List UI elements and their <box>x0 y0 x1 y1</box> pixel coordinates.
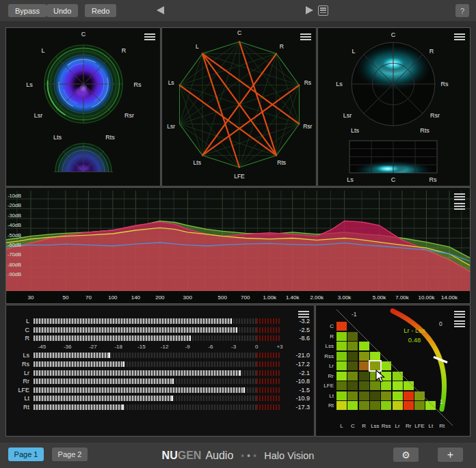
corr-cell-Lr-Lss[interactable] <box>370 361 380 370</box>
meter-peak-marker <box>239 370 241 376</box>
corr-cell-R-C[interactable] <box>347 332 358 341</box>
corr-cell-Lt-R[interactable] <box>359 391 369 400</box>
spectrum-x-tick-14.00k: 14.00k <box>441 294 458 301</box>
corr-cell-LFE-C[interactable] <box>347 381 358 390</box>
history-list-icon[interactable] <box>318 5 328 16</box>
corr-cell-Rss-R[interactable] <box>359 352 369 361</box>
corr-cell-Rr-L[interactable] <box>336 372 347 381</box>
bypass-button[interactable]: Bypass <box>8 4 47 17</box>
corr-cell-Lss-C[interactable] <box>347 342 358 350</box>
corr-cell-Rt-Lt[interactable] <box>425 401 436 410</box>
corr-cell-Lt-Lr[interactable] <box>393 391 403 400</box>
meter-value-Rr: -10.8 <box>280 378 310 385</box>
corr-cell-Rss-L[interactable] <box>336 352 347 361</box>
corr-cell-Rr-R[interactable] <box>359 372 369 381</box>
polar-label-Ls: Ls <box>336 81 343 87</box>
meter-row-C: C-2.5 <box>9 326 310 335</box>
add-panel-button[interactable]: + <box>438 448 463 462</box>
corr-cell-Rr-C[interactable] <box>347 372 358 381</box>
meter-red-zone <box>256 318 280 324</box>
redo-button[interactable]: Redo <box>85 4 116 17</box>
page-1-button[interactable]: Page 1 <box>8 448 44 461</box>
corr-cell-Rt-C[interactable] <box>347 401 358 410</box>
surround-energy-panel: CLRLsRsLsrRsrLtsRts <box>5 27 161 187</box>
spectrum-x-tick-1.40k: 1.40k <box>286 294 300 301</box>
corr-cell-Rt-L[interactable] <box>336 401 347 410</box>
corr-cell-Rr-Lss[interactable] <box>370 372 380 381</box>
spectrum-y-tick--70dB: -70dB <box>8 251 21 258</box>
corr-cell-LFE-R[interactable] <box>359 381 369 390</box>
corr-cell-Rr-Rss[interactable] <box>381 372 391 381</box>
settings-button[interactable]: ⚙ <box>393 448 419 462</box>
web-panel-menu-icon[interactable] <box>300 33 311 42</box>
corr-cell-R-L[interactable] <box>336 332 347 341</box>
brand-audio: Audio <box>205 450 233 462</box>
corr-cell-Rss-C[interactable] <box>347 352 358 361</box>
corr-cell-Rss-Lss[interactable] <box>370 352 380 361</box>
help-button[interactable]: ? <box>455 4 469 17</box>
meter-fill <box>34 361 124 367</box>
spectrum-y-tick--90dB: -90dB <box>8 271 21 277</box>
corr-cell-Rt-Rss[interactable] <box>381 401 391 410</box>
corr-cell-Rt-LFE[interactable] <box>414 401 425 410</box>
meter-row-LFE: LFE-1.5 <box>9 385 310 394</box>
corr-cell-Lr-R[interactable] <box>359 361 369 370</box>
web-node-label-Rs: Rs <box>304 79 311 86</box>
spectrum-x-tick-50: 50 <box>62 294 68 301</box>
corr-cell-C-L[interactable] <box>336 322 347 331</box>
meter-peak-marker <box>236 327 237 333</box>
corr-cell-Rt-Rr[interactable] <box>404 401 414 410</box>
undo-button[interactable]: Undo <box>47 4 78 17</box>
corr-cell-Lr-Rss[interactable] <box>381 361 391 370</box>
corr-cell-LFE-L[interactable] <box>336 381 347 390</box>
spectrum-x-tick-30: 30 <box>28 294 34 301</box>
corr-cell-Rt-R[interactable] <box>359 401 369 410</box>
meter-channel-label-R: R <box>9 335 34 342</box>
corr-cell-Lss-L[interactable] <box>336 342 347 350</box>
corr-cell-Lt-Lss[interactable] <box>370 391 380 400</box>
corr-cell-Lss-R[interactable] <box>359 342 369 350</box>
spectrum-panel-menu-icon[interactable] <box>454 193 465 211</box>
corr-cell-Lt-LFE[interactable] <box>414 391 425 400</box>
corr-cell-LFE-Lss[interactable] <box>370 381 380 390</box>
meter-scale-tick--9: -9 <box>185 344 190 350</box>
meter-fill <box>34 378 174 384</box>
channel-web-visualization: CRRsRsrRtsLFELtsLsrLsL <box>162 28 316 186</box>
polar-panel-menu-icon[interactable] <box>454 33 465 42</box>
history-forward-icon[interactable] <box>306 6 313 14</box>
corr-cell-Rt-Lss[interactable] <box>370 401 380 410</box>
meter-row-Rs: Rs-17.2 <box>9 360 310 369</box>
web-node-label-LFE: LFE <box>234 173 245 180</box>
spectrum-y-tick--60dB: -60dB <box>8 242 21 248</box>
page-2-button[interactable]: Page 2 <box>52 448 88 461</box>
ring-height-label-Lts: Lts <box>53 134 62 141</box>
polar-label-L: L <box>352 48 355 55</box>
spectrum-y-tick--10dB: -10dB <box>8 193 21 199</box>
corr-cell-LFE-Rr[interactable] <box>404 381 414 390</box>
spectrum-x-tick-7.00k: 7.00k <box>395 294 410 301</box>
meter-peak-marker <box>243 387 245 393</box>
corr-cell-LFE-Lr[interactable] <box>393 381 403 390</box>
corr-col-label-Lr: Lr <box>395 423 399 429</box>
corr-cell-LFE-Rss[interactable] <box>381 381 391 390</box>
corr-cell-Lt-C[interactable] <box>347 391 358 400</box>
corr-cell-Lt-Rr[interactable] <box>404 391 414 400</box>
correlation-panel-menu-icon[interactable] <box>454 311 465 329</box>
spectrum-x-tick-3.00k: 3.00k <box>338 294 352 301</box>
corr-cell-Lt-Rss[interactable] <box>381 391 391 400</box>
meter-fill <box>34 370 241 376</box>
history-back-icon[interactable] <box>157 6 164 14</box>
corr-cell-Lt-L[interactable] <box>336 391 347 400</box>
corr-row-label-Lr: Lr <box>316 363 334 369</box>
spectrum-x-tick-10.00k: 10.00k <box>418 294 435 301</box>
corr-cell-Rr-Lr[interactable] <box>393 372 403 381</box>
meter-bar-Rs <box>34 361 280 367</box>
corr-row-label-R: R <box>316 333 334 340</box>
surround-panel-menu-icon[interactable] <box>144 33 155 42</box>
corr-cell-Lr-L[interactable] <box>336 361 347 370</box>
corr-cell-Rt-Lr[interactable] <box>393 401 403 410</box>
meter-scale-tick--6: -6 <box>208 344 213 350</box>
meter-peak-marker <box>123 361 124 367</box>
corr-cell-Lr-C[interactable] <box>347 361 358 370</box>
meters-panel-menu-icon[interactable] <box>298 311 309 319</box>
